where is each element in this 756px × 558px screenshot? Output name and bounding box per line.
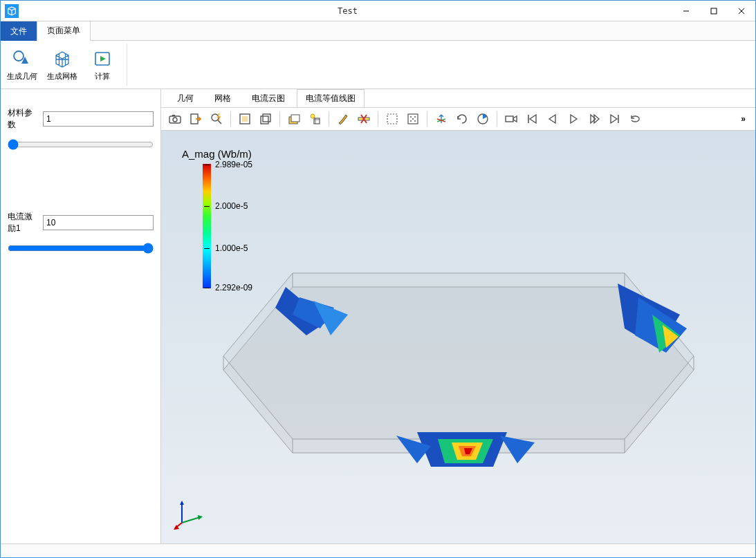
svg-point-10 xyxy=(212,114,219,121)
tab-current-cloud[interactable]: 电流云图 xyxy=(243,89,294,107)
generate-mesh-button[interactable]: 生成网格 xyxy=(45,44,80,86)
zoom-flash-icon[interactable] xyxy=(207,109,226,129)
window-title: Test xyxy=(23,6,672,16)
svg-marker-45 xyxy=(198,515,203,520)
ruler-cross-icon[interactable] xyxy=(354,109,374,129)
svg-rect-15 xyxy=(263,114,270,122)
legend-title: A_mag (Wb/m) xyxy=(182,148,277,160)
svg-point-28 xyxy=(414,120,416,122)
layer-rect-icon[interactable] xyxy=(284,109,304,129)
svg-rect-13 xyxy=(242,116,248,122)
skip-end-icon[interactable] xyxy=(605,109,625,129)
camera-icon[interactable] xyxy=(165,109,185,129)
menubar: 文件 页面菜单 xyxy=(1,21,755,41)
svg-rect-19 xyxy=(314,118,320,124)
param-current-slider[interactable] xyxy=(8,243,154,254)
svg-point-4 xyxy=(14,51,24,61)
toolbar-more[interactable]: » xyxy=(735,114,751,124)
svg-point-29 xyxy=(412,118,414,120)
body: 材料参数 电流激励1 几何 网格 电流云图 电流等值线图 xyxy=(1,89,755,543)
export-icon[interactable] xyxy=(186,109,205,129)
param-material-slider[interactable] xyxy=(8,139,154,150)
svg-line-11 xyxy=(218,120,221,124)
loop-icon[interactable] xyxy=(626,109,645,129)
titlebar: Test xyxy=(1,1,755,21)
step-forward-icon[interactable] xyxy=(584,109,604,129)
video-camera-icon[interactable] xyxy=(501,109,521,129)
legend-tick-0: 2.989e-05 xyxy=(215,160,252,169)
svg-line-44 xyxy=(182,517,200,523)
svg-rect-14 xyxy=(261,116,268,124)
sphere-triangle-icon xyxy=(11,48,33,70)
param-current-label: 电流激励1 xyxy=(8,211,39,234)
app-icon xyxy=(5,4,19,18)
param-material-label: 材料参数 xyxy=(8,107,39,131)
viewport-3d[interactable]: A_mag (Wb/m) 2.989e-05 2.000e-5 1.000e-5… xyxy=(161,131,755,543)
select-box-icon[interactable] xyxy=(256,109,275,129)
step-back-icon[interactable] xyxy=(543,109,562,129)
menu-page[interactable]: 页面菜单 xyxy=(37,21,91,41)
tab-current-contour[interactable]: 电流等值线图 xyxy=(297,89,365,107)
skip-start-icon[interactable] xyxy=(522,109,542,129)
svg-rect-1 xyxy=(711,8,717,14)
ribbon: 生成几何 生成网格 计算 xyxy=(1,41,755,89)
svg-rect-8 xyxy=(172,115,175,116)
svg-rect-23 xyxy=(387,114,397,124)
brush-icon[interactable] xyxy=(333,109,353,129)
compute-play-icon xyxy=(91,48,113,70)
svg-point-18 xyxy=(311,114,315,118)
view-tabs: 几何 网格 电流云图 电流等值线图 xyxy=(161,89,755,107)
pie-clock-icon[interactable] xyxy=(473,109,492,129)
svg-rect-17 xyxy=(291,115,299,122)
marquee-icon[interactable] xyxy=(382,109,402,129)
main-panel: 几何 网格 电流云图 电流等值线图 xyxy=(161,89,755,543)
select-rect-icon[interactable] xyxy=(235,109,255,129)
param-current-input[interactable] xyxy=(43,215,154,230)
svg-marker-43 xyxy=(180,501,184,505)
svg-point-7 xyxy=(173,118,177,122)
mesh-cube-icon xyxy=(51,48,73,70)
play-icon[interactable] xyxy=(564,109,583,129)
tab-geometry[interactable]: 几何 xyxy=(168,89,203,107)
param-material-input[interactable] xyxy=(43,111,154,127)
menu-file[interactable]: 文件 xyxy=(1,21,37,41)
center-dots-icon[interactable] xyxy=(403,109,423,129)
legend-tick-1: 2.000e-5 xyxy=(215,201,248,211)
param-current: 电流激励1 xyxy=(8,211,154,234)
statusbar xyxy=(1,543,755,557)
param-material: 材料参数 xyxy=(8,107,154,131)
compute-button[interactable]: 计算 xyxy=(85,44,120,86)
generate-geometry-button[interactable]: 生成几何 xyxy=(5,44,39,86)
maximize-button[interactable] xyxy=(700,1,728,21)
axis-rotate-icon[interactable] xyxy=(432,109,451,129)
minimize-button[interactable] xyxy=(672,1,700,21)
app-window: Test 文件 页面菜单 生成几何 生成网格 xyxy=(0,0,756,558)
render-geometry xyxy=(210,232,708,508)
tab-mesh[interactable]: 网格 xyxy=(205,89,240,107)
svg-point-25 xyxy=(410,116,412,118)
close-button[interactable] xyxy=(728,1,755,21)
viewport-toolbar: » xyxy=(161,107,755,131)
svg-point-26 xyxy=(414,116,416,118)
svg-rect-31 xyxy=(506,116,513,122)
ribbon-group: 生成几何 生成网格 计算 xyxy=(5,44,127,86)
svg-point-27 xyxy=(410,120,412,122)
orientation-axes-icon xyxy=(174,496,208,531)
lightbulb-cube-icon[interactable] xyxy=(305,109,324,129)
rotate-cw-icon[interactable] xyxy=(452,109,472,129)
sidebar: 材料参数 电流激励1 xyxy=(1,89,161,543)
